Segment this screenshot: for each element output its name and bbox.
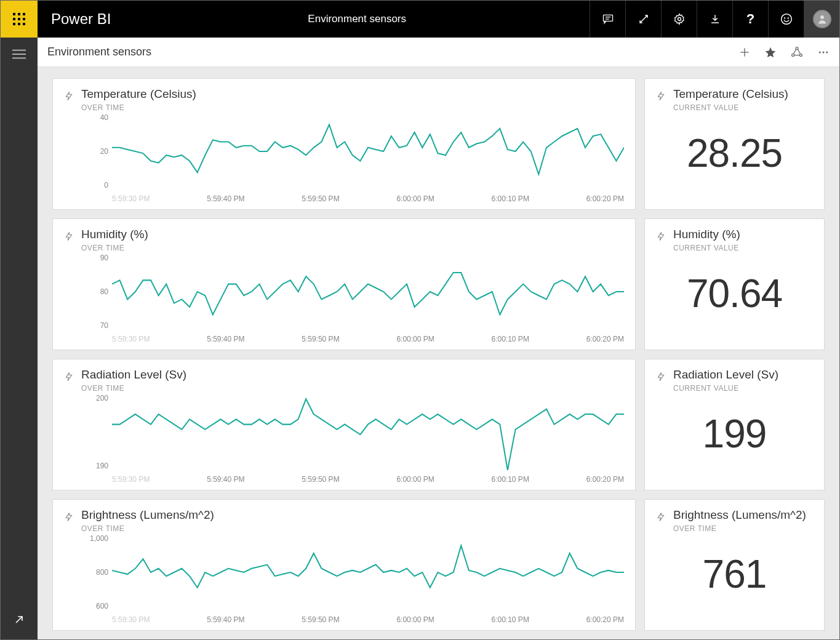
chart-tile[interactable]: Radiation Level (Sv)OVER TIME2001905:59:… [52, 359, 636, 490]
lightning-icon [64, 90, 74, 102]
svg-point-26 [823, 51, 825, 53]
svg-rect-8 [23, 23, 25, 25]
tile-subtitle: OVER TIME [673, 524, 806, 533]
plus-icon [738, 46, 751, 58]
tile-title: Humidity (%) [81, 228, 148, 241]
smile-icon [780, 13, 793, 25]
comments-button[interactable] [590, 1, 625, 38]
dashboard-row: Brightness (Lumens/m^2)OVER TIME1,000800… [52, 499, 825, 631]
streaming-icon [64, 230, 74, 245]
line-chart [112, 113, 624, 190]
comment-icon [602, 13, 614, 25]
favorite-button[interactable] [764, 46, 777, 58]
svg-rect-1 [18, 13, 20, 15]
sub-toolbar-actions [738, 46, 830, 59]
line-chart [112, 394, 624, 470]
add-tile-button[interactable] [738, 46, 751, 58]
y-axis-ticks: 40200 [78, 113, 108, 190]
x-axis-ticks: 5:59:30 PM5:59:40 PM5:59:50 PM6:00:00 PM… [112, 335, 624, 343]
nav-toggle-button[interactable] [12, 49, 26, 62]
x-axis-ticks: 5:59:30 PM5:59:40 PM5:59:50 PM6:00:00 PM… [112, 194, 624, 203]
x-axis-ticks: 5:59:30 PM5:59:40 PM5:59:50 PM6:00:00 PM… [112, 615, 624, 624]
tile-header: Brightness (Lumens/m^2)OVER TIME [53, 500, 635, 533]
person-icon [817, 14, 828, 25]
tile-title: Temperature (Celsius) [81, 87, 196, 101]
more-options-button[interactable] [817, 46, 830, 58]
chart-tile[interactable]: Humidity (%)OVER TIME9080705:59:30 PM5:5… [52, 218, 636, 350]
tile-header: Radiation Level (Sv)CURRENT VALUE [645, 359, 824, 393]
svg-point-12 [678, 18, 681, 21]
nav-rail [1, 38, 38, 639]
tile-header: Temperature (Celsius)OVER TIME [53, 79, 635, 112]
svg-point-24 [799, 54, 802, 56]
tile-subtitle: CURRENT VALUE [673, 244, 740, 252]
svg-rect-0 [13, 13, 15, 15]
expand-icon [638, 14, 649, 25]
download-button[interactable] [697, 1, 732, 38]
svg-point-15 [787, 17, 788, 18]
streaming-icon [64, 511, 74, 526]
popout-button[interactable] [13, 614, 25, 628]
dashboard-canvas: Temperature (Celsius)OVER TIME402005:59:… [38, 67, 839, 639]
lightning-icon [656, 370, 666, 383]
tile-subtitle: CURRENT VALUE [673, 103, 788, 112]
tile-title: Brightness (Lumens/m^2) [673, 508, 806, 522]
svg-point-25 [819, 51, 821, 53]
line-chart [112, 534, 624, 610]
value-tile[interactable]: Radiation Level (Sv)CURRENT VALUE199 [644, 359, 825, 490]
app-launcher-button[interactable] [1, 1, 38, 38]
brand-label: Power BI [38, 1, 124, 38]
chart-tile[interactable]: Brightness (Lumens/m^2)OVER TIME1,000800… [52, 499, 636, 631]
lightning-icon [656, 230, 666, 242]
value-tile[interactable]: Humidity (%)CURRENT VALUE70.64 [644, 218, 825, 350]
fullscreen-button[interactable] [625, 1, 661, 38]
value-tile[interactable]: Brightness (Lumens/m^2)OVER TIME761 [644, 499, 825, 631]
related-button[interactable] [790, 46, 804, 59]
topbar-actions: ? [590, 1, 839, 38]
svg-point-14 [783, 17, 785, 18]
star-icon [764, 46, 777, 58]
tile-title: Radiation Level (Sv) [673, 368, 778, 382]
tile-header: Temperature (Celsius)CURRENT VALUE [645, 79, 824, 112]
document-title: Environment sensors [124, 1, 590, 38]
chart-area: 1,0008006005:59:30 PM5:59:40 PM5:59:50 P… [112, 534, 624, 610]
current-value: 761 [645, 551, 824, 597]
waffle-icon [13, 13, 25, 25]
tile-subtitle: OVER TIME [81, 524, 214, 533]
chart-tile[interactable]: Temperature (Celsius)OVER TIME402005:59:… [52, 78, 636, 210]
x-axis-ticks: 5:59:30 PM5:59:40 PM5:59:50 PM6:00:00 PM… [112, 475, 624, 484]
svg-rect-2 [23, 13, 25, 15]
current-value: 28.25 [645, 130, 824, 176]
svg-rect-7 [18, 23, 20, 25]
breadcrumb: Environment sensors [47, 46, 738, 58]
svg-rect-9 [603, 15, 612, 21]
lightning-icon [64, 230, 74, 242]
hamburger-icon [12, 49, 26, 60]
value-tile[interactable]: Temperature (Celsius)CURRENT VALUE28.25 [644, 78, 825, 210]
help-button[interactable]: ? [732, 1, 768, 38]
svg-rect-4 [18, 18, 20, 20]
chart-area: 2001905:59:30 PM5:59:40 PM5:59:50 PM6:00… [112, 394, 624, 470]
streaming-icon [656, 90, 666, 105]
avatar-icon [813, 10, 831, 28]
feedback-button[interactable] [768, 1, 804, 38]
question-icon: ? [746, 11, 754, 27]
tile-title: Humidity (%) [673, 228, 740, 241]
tile-subtitle: OVER TIME [81, 103, 196, 112]
tile-title: Brightness (Lumens/m^2) [81, 508, 214, 522]
svg-point-13 [781, 14, 791, 25]
tile-subtitle: OVER TIME [81, 244, 148, 252]
ellipsis-icon [817, 46, 830, 58]
account-button[interactable] [804, 1, 839, 38]
lightning-icon [64, 370, 74, 383]
svg-point-23 [792, 54, 794, 56]
settings-button[interactable] [661, 1, 697, 38]
gear-icon [673, 13, 686, 25]
arrow-out-icon [13, 614, 25, 626]
y-axis-ticks: 908070 [78, 254, 108, 330]
chart-area: 402005:59:30 PM5:59:40 PM5:59:50 PM6:00:… [112, 113, 624, 190]
line-chart [112, 254, 624, 330]
current-value: 70.64 [645, 271, 824, 316]
svg-point-16 [820, 15, 824, 19]
content-area: Environment sensors Temperature (Celsius… [38, 38, 839, 639]
